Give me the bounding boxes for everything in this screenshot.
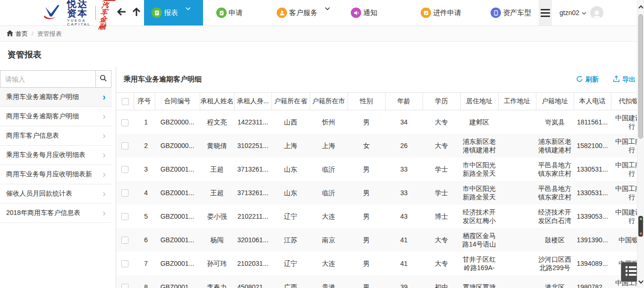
cell: 3201061... bbox=[234, 228, 271, 252]
cell bbox=[498, 275, 536, 288]
avatar[interactable] bbox=[590, 6, 603, 19]
column-header[interactable]: 户籍所在省 bbox=[271, 93, 310, 110]
hamburger-menu-button[interactable] bbox=[539, 0, 552, 25]
main-nav: 报表申请客户服务通知进件申请资产车型 bbox=[144, 0, 539, 25]
nav-item-notice[interactable]: 通知 bbox=[343, 0, 385, 25]
nav-item-intake-apply[interactable]: 进件申请 bbox=[413, 0, 469, 25]
cell: 浦东新区老港镇建港村 bbox=[460, 134, 498, 157]
cell: 江苏 bbox=[271, 228, 310, 252]
cell: 1811561... bbox=[574, 110, 611, 134]
sidebar-item-6[interactable]: 2018年商用车客户信息表› bbox=[0, 204, 112, 223]
back-arrow-button[interactable] bbox=[114, 0, 129, 25]
sidebar-item-4[interactable]: 商用车业务每月应收明细表新› bbox=[0, 165, 112, 184]
column-header[interactable]: 年龄 bbox=[385, 93, 423, 110]
table-row: 5GBZ0001...娄小强2102211...辽宁大连男43博士经济技术开发区… bbox=[116, 205, 644, 228]
nav-item-asset-models[interactable]: 资产车型 bbox=[483, 0, 539, 25]
row-checkbox[interactable] bbox=[121, 189, 128, 197]
cell: 平邑县地方镇东家庄村 bbox=[536, 157, 574, 181]
column-header[interactable]: 学历 bbox=[423, 93, 460, 110]
column-header[interactable]: 户籍所在市 bbox=[310, 93, 347, 110]
cell: 市中区阳光新路全景天 bbox=[460, 157, 498, 181]
cell: 山西 bbox=[271, 110, 310, 134]
nav-item-label: 报表 bbox=[164, 8, 178, 17]
cell: 大专 bbox=[423, 134, 460, 157]
column-header[interactable]: 性别 bbox=[347, 93, 385, 110]
cell: GBZ0001... bbox=[155, 205, 200, 228]
select-all-checkbox[interactable] bbox=[122, 98, 129, 105]
row-checkbox[interactable] bbox=[121, 237, 128, 244]
sidebar-item-2[interactable]: 商用车客户信息表› bbox=[0, 126, 112, 146]
brand-name-en: YUEDA CAPITAL bbox=[67, 19, 91, 26]
scroll-up-button[interactable] bbox=[637, 2, 644, 12]
scroll-marker bbox=[638, 216, 643, 237]
cell: 程文亮 bbox=[200, 110, 234, 134]
column-header[interactable]: 序号 bbox=[134, 93, 155, 110]
back-arrow-icon bbox=[116, 8, 127, 18]
breadcrumb: 首页 / 资管报表 bbox=[0, 26, 644, 42]
sidebar-item-3[interactable]: 乘用车业务每月应收明细表› bbox=[0, 146, 112, 165]
sidebar-item-0[interactable]: 乘用车业务逾期客户明细› bbox=[0, 88, 112, 107]
row-checkbox[interactable] bbox=[121, 119, 128, 126]
column-header[interactable]: 本人电话 bbox=[574, 93, 611, 110]
cell: GBZ0000... bbox=[155, 134, 200, 157]
cell: 3713261... bbox=[234, 157, 271, 181]
nav-item-label: 通知 bbox=[363, 8, 377, 17]
cell: 2102211... bbox=[234, 205, 271, 228]
cell: 岢岚县 bbox=[536, 110, 574, 134]
column-header[interactable]: 居住地址 bbox=[460, 93, 498, 110]
cell bbox=[498, 157, 536, 181]
chevron-right-icon: › bbox=[102, 131, 106, 141]
column-header[interactable]: 承租人身... bbox=[234, 93, 271, 110]
cell: 1391390... bbox=[574, 228, 611, 252]
cell: 黄晓倩 bbox=[200, 134, 234, 157]
table-row: 8GBZ0001...李春力4508021...广西贵港男39初中覃塘区覃塘港北… bbox=[116, 275, 644, 288]
refresh-button[interactable]: 刷新 bbox=[576, 75, 599, 84]
nav-item-label: 资产车型 bbox=[503, 8, 531, 17]
checkbox-cell bbox=[116, 157, 134, 181]
sidebar-item-5[interactable]: 催收人员月回款统计表› bbox=[0, 184, 112, 204]
nav-item-customer-service[interactable]: 客户服务 bbox=[269, 0, 338, 25]
chevron-down-icon bbox=[186, 7, 191, 10]
scrollbar-thumb[interactable] bbox=[638, 14, 643, 139]
chevron-down-icon bbox=[325, 7, 330, 10]
nav-item-reports[interactable]: 报表 bbox=[144, 0, 203, 25]
row-checkbox[interactable] bbox=[121, 142, 128, 149]
asset-icon bbox=[491, 8, 501, 18]
row-checkbox[interactable] bbox=[121, 166, 128, 173]
row-checkbox[interactable] bbox=[121, 213, 128, 220]
column-header[interactable]: 承租人姓名 bbox=[200, 93, 234, 110]
cell: 4 bbox=[134, 181, 155, 205]
cell: 2 bbox=[134, 134, 155, 157]
sidebar-search bbox=[0, 70, 111, 88]
chevron-right-icon: › bbox=[102, 111, 106, 122]
table-row: 3GBZ0001...王超3713261...山东临沂男33学士市中区阳光新路全… bbox=[116, 157, 644, 181]
table-row: 1GBZ0000...程文亮1422311...山西忻州男34大专建邺区岢岚县1… bbox=[116, 110, 644, 134]
search-input[interactable] bbox=[0, 71, 95, 87]
cell: GBZ0001... bbox=[155, 275, 200, 288]
cell: 41 bbox=[385, 228, 423, 252]
nav-item-apply[interactable]: 申请 bbox=[209, 0, 250, 25]
scroll-down-button[interactable] bbox=[637, 277, 644, 287]
cell: 广西 bbox=[271, 275, 310, 288]
row-checkbox[interactable] bbox=[121, 260, 128, 267]
cell: 4508021... bbox=[234, 275, 271, 288]
cell: 7 bbox=[134, 252, 155, 275]
search-button[interactable] bbox=[95, 71, 111, 87]
user-menu[interactable]: gtzn02 bbox=[552, 0, 610, 25]
breadcrumb-home[interactable]: 首页 bbox=[7, 30, 28, 38]
cell: 孙可玮 bbox=[200, 252, 234, 275]
sidebar-item-label: 商用车业务逾期客户明细 bbox=[6, 112, 79, 121]
sidebar-item-1[interactable]: 商用车业务逾期客户明细› bbox=[0, 107, 112, 126]
column-header[interactable]: 户籍地址 bbox=[536, 93, 574, 110]
topbar: 悦达资本 YUEDA CAPITAL auto 汽车金融 报表申请客户服务通知进… bbox=[0, 0, 644, 26]
row-checkbox[interactable] bbox=[121, 284, 128, 288]
column-header[interactable]: 合同编号 bbox=[155, 93, 200, 110]
export-button[interactable]: 导出 bbox=[613, 75, 636, 84]
cell: 覃塘区覃塘 bbox=[460, 275, 498, 288]
column-header[interactable]: 工作地址 bbox=[498, 93, 536, 110]
customer-service-icon bbox=[277, 8, 287, 18]
select-all-header bbox=[116, 93, 134, 110]
up-arrow-icon bbox=[132, 7, 141, 19]
up-arrow-button[interactable] bbox=[129, 0, 144, 25]
breadcrumb-current: 资管报表 bbox=[37, 30, 62, 38]
